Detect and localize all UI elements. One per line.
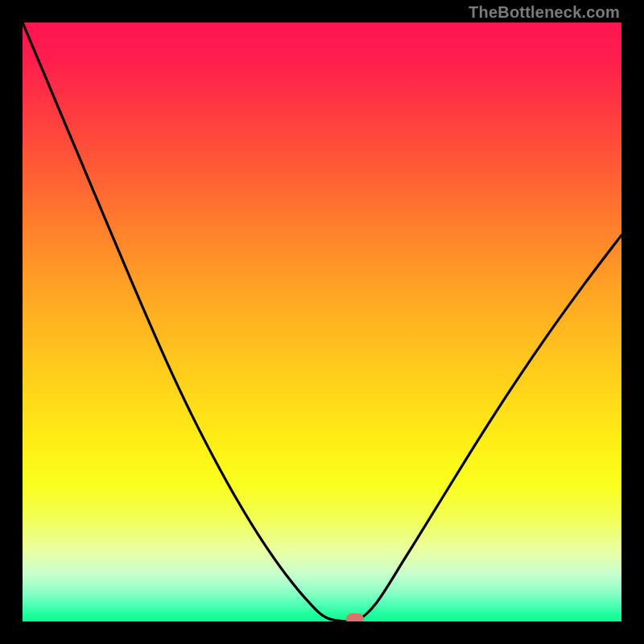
plot-area (23, 23, 621, 621)
bottleneck-curve (23, 23, 621, 621)
chart-frame: TheBottleneck.com (0, 0, 644, 644)
watermark-text: TheBottleneck.com (469, 3, 620, 22)
minimum-marker (346, 613, 364, 621)
